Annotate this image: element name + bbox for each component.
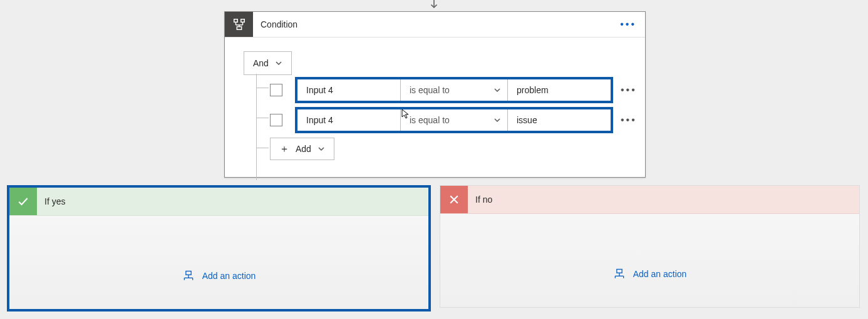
- tree-branch: [256, 148, 269, 148]
- add-condition-label: Add: [296, 144, 311, 154]
- add-action-icon: [613, 268, 626, 280]
- if-no-label: If no: [475, 195, 492, 205]
- check-icon: [9, 188, 37, 215]
- svg-rect-2: [240, 19, 244, 23]
- condition-operator-select[interactable]: is equal to: [400, 109, 507, 131]
- condition-body: And Input 4 is equal to problem •••: [225, 38, 645, 89]
- add-action-icon: [182, 270, 195, 281]
- add-action-label: Add an action: [202, 271, 256, 281]
- tree-branch: [256, 88, 269, 88]
- svg-rect-15: [617, 270, 622, 273]
- condition-fields: Input 4 is equal to problem: [295, 77, 613, 103]
- condition-header[interactable]: Condition •••: [225, 12, 645, 38]
- if-no-branch[interactable]: If no Add an action: [440, 185, 860, 308]
- add-action-button[interactable]: Add an action: [9, 270, 428, 281]
- svg-rect-1: [234, 19, 237, 23]
- condition-title: Condition: [261, 19, 297, 29]
- if-no-header: If no: [440, 186, 859, 214]
- tree-branch: [256, 118, 269, 118]
- condition-fields: Input 4 is equal to issue: [295, 107, 613, 133]
- condition-right-field[interactable]: issue: [507, 109, 611, 131]
- condition-left-field[interactable]: Input 4: [297, 79, 400, 101]
- svg-rect-8: [186, 271, 191, 275]
- condition-card: Condition ••• And Input 4 is equal to: [224, 11, 646, 178]
- plus-icon: ＋: [279, 144, 289, 154]
- condition-left-field[interactable]: Input 4: [297, 109, 400, 131]
- close-icon: [440, 186, 468, 213]
- if-yes-branch[interactable]: If yes Add an action: [7, 185, 431, 311]
- condition-menu-button[interactable]: •••: [617, 19, 639, 30]
- condition-operator-select[interactable]: is equal to: [400, 79, 507, 101]
- add-action-label: Add an action: [633, 269, 687, 279]
- if-yes-label: If yes: [44, 196, 65, 206]
- logic-operator-select[interactable]: And: [244, 51, 292, 75]
- condition-right-field[interactable]: problem: [507, 79, 611, 101]
- tree-trunk: [256, 74, 257, 180]
- condition-row: Input 4 is equal to issue •••: [270, 107, 637, 133]
- chevron-down-icon: [275, 59, 282, 67]
- condition-row-menu-button[interactable]: •••: [621, 114, 637, 126]
- chevron-down-icon: [318, 145, 325, 153]
- if-yes-header: If yes: [9, 188, 428, 216]
- condition-icon: [225, 12, 253, 37]
- chevron-down-icon: [493, 86, 501, 94]
- row-checkbox[interactable]: [270, 114, 282, 126]
- add-action-button[interactable]: Add an action: [440, 268, 859, 280]
- condition-row-menu-button[interactable]: •••: [621, 84, 637, 96]
- condition-row: Input 4 is equal to problem •••: [270, 77, 637, 103]
- add-condition-button[interactable]: ＋ Add: [270, 138, 334, 160]
- chevron-down-icon: [493, 116, 501, 124]
- row-checkbox[interactable]: [270, 84, 282, 96]
- logic-operator-label: And: [253, 58, 269, 68]
- svg-rect-3: [237, 27, 241, 30]
